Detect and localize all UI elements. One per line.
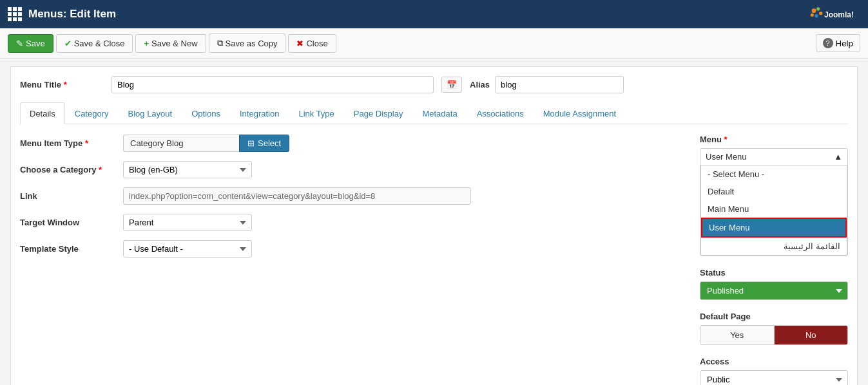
svg-point-2 [819,12,822,15]
app-header: Menus: Edit Item Joomla! [0,0,868,28]
svg-point-4 [811,14,814,17]
save-icon: ✎ [16,39,23,48]
menu-item-type-value: Category Blog ⊞ Select [123,135,687,152]
tab-integration[interactable]: Integration [230,102,289,124]
svg-text:Joomla!: Joomla! [824,10,854,19]
menu-option-arabic[interactable]: القائمة الرئيسية [701,238,847,255]
svg-point-1 [816,7,820,10]
status-section: Status Published [700,268,848,300]
select-group: Category Blog ⊞ Select [123,135,687,152]
menu-dropdown: User Menu ▲ - Select Menu - Default Main… [700,148,848,256]
save-label: Save [26,39,45,48]
page-title: Menus: Edit Item [28,8,116,21]
menu-option-user[interactable]: User Menu [701,218,847,238]
menu-select-display: User Menu ▲ - Select Menu - Default Main… [700,148,848,256]
no-button[interactable]: No [775,326,848,344]
target-window-row: Target Window Parent [20,214,687,231]
template-style-select[interactable]: - Use Default - [123,240,252,258]
required-star: * [64,80,67,89]
category-blog-field: Category Blog [123,135,239,152]
calendar-icon-button[interactable]: 📅 [441,77,462,93]
x-icon: ✖ [296,39,304,48]
target-window-select[interactable]: Parent [123,214,252,231]
save-new-button[interactable]: + Save & New [135,34,206,53]
plus-icon: + [144,39,149,48]
check-icon: ✔ [64,39,72,48]
save-button[interactable]: ✎ Save [8,34,53,53]
status-label: Status [700,268,848,277]
close-label: Close [306,39,327,48]
menu-title-row: Menu Title * 📅 Alias [20,76,848,93]
tab-metadata[interactable]: Metadata [412,102,467,124]
tab-blog-layout[interactable]: Blog Layout [119,102,182,124]
choose-category-value: Blog (en-GB) [123,161,687,178]
tab-bar: Details Category Blog Layout Options Int… [20,102,848,124]
yes-button[interactable]: Yes [700,326,775,344]
tab-details[interactable]: Details [20,102,65,124]
choose-category-label: Choose a Category * [20,161,123,174]
menu-item-type-label: Menu Item Type * [20,135,123,148]
access-select[interactable]: Public [700,370,848,385]
right-column: Menu * User Menu ▲ - Select Menu - [700,135,848,385]
status-select[interactable]: Published [700,281,848,300]
help-label: Help [836,39,853,48]
access-section: Access Public [700,357,848,385]
svg-point-3 [815,14,818,17]
menu-section: Menu * User Menu ▲ - Select Menu - [700,135,848,256]
alias-group: Alias [470,76,624,93]
menu-dropdown-list: - Select Menu - Default Main Menu User M… [700,165,847,256]
tab-options[interactable]: Options [182,102,230,124]
tab-page-display[interactable]: Page Display [344,102,413,124]
link-row: Link [20,187,687,205]
help-button[interactable]: ? Help [816,34,860,52]
joomla-logo: Joomla! [809,3,860,26]
menu-option-main[interactable]: Main Menu [701,200,847,218]
details-layout: Menu Item Type * Category Blog ⊞ Select [20,135,848,385]
save-close-button[interactable]: ✔ Save & Close [56,34,133,53]
choose-category-row: Choose a Category * Blog (en-GB) [20,161,687,178]
close-button[interactable]: ✖ Close [288,34,336,53]
chevron-up-icon: ▲ [834,152,842,162]
alias-input[interactable] [495,76,624,93]
save-new-label: Save & New [151,39,198,48]
menu-select-header[interactable]: User Menu ▲ [700,149,847,165]
template-style-label: Template Style [20,240,123,254]
copy-icon: ⧉ [217,38,223,48]
tab-link-type[interactable]: Link Type [289,102,343,124]
yes-no-toggle: Yes No [700,325,848,345]
select-button[interactable]: ⊞ Select [239,135,289,152]
link-label: Link [20,187,123,201]
menu-title-input[interactable] [111,76,434,93]
default-page-label: Default Page [700,312,848,321]
tab-associations[interactable]: Associations [467,102,534,124]
header-left: Menus: Edit Item [8,7,116,21]
menu-title-label: Menu Title * [20,80,104,89]
menu-option-select[interactable]: - Select Menu - [701,165,847,183]
svg-point-0 [812,8,816,13]
target-window-label: Target Window [20,214,123,227]
alias-label: Alias [470,80,490,89]
question-icon: ? [823,38,833,48]
tab-module-assignment[interactable]: Module Assignment [534,102,626,124]
access-label: Access [700,357,848,366]
main-content: Menu Title * 📅 Alias Details Category Bl… [0,59,868,385]
default-page-section: Default Page Yes No [700,312,848,345]
save-copy-label: Save as Copy [226,39,278,48]
choose-category-select[interactable]: Blog (en-GB) [123,161,252,178]
link-input [123,187,471,205]
left-column: Menu Item Type * Category Blog ⊞ Select [20,135,687,385]
menu-item-type-row: Menu Item Type * Category Blog ⊞ Select [20,135,687,152]
menu-option-default[interactable]: Default [701,183,847,200]
select-list-icon: ⊞ [247,138,255,148]
save-copy-button[interactable]: ⧉ Save as Copy [209,33,286,53]
tab-category[interactable]: Category [65,102,119,124]
menu-section-label: Menu * [700,135,848,144]
save-close-label: Save & Close [74,39,125,48]
toolbar: ✎ Save ✔ Save & Close + Save & New ⧉ Sav… [0,28,868,59]
form-area: Menu Title * 📅 Alias Details Category Bl… [10,66,858,385]
template-style-row: Template Style - Use Default - [20,240,687,258]
grid-menu-icon[interactable] [8,7,22,21]
